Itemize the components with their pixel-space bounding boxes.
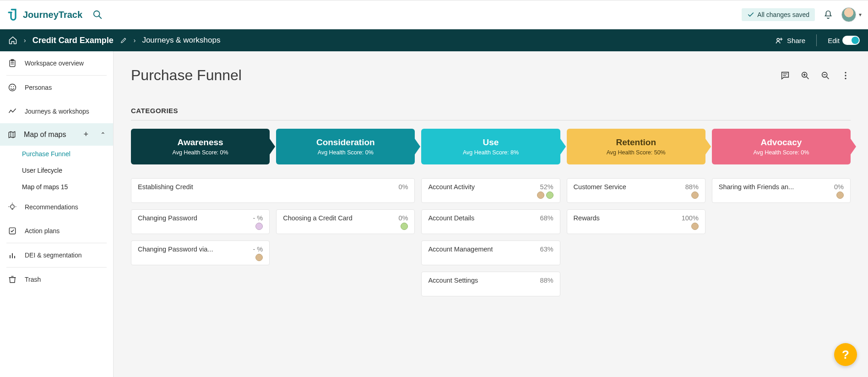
stage-health: Avg Health Score: 0%	[318, 149, 374, 156]
card-title: Rewards	[574, 214, 600, 222]
empty-cell	[712, 209, 851, 234]
plus-icon[interactable]: +	[83, 130, 88, 139]
stage-use[interactable]: Use Avg Health Score: 8%	[421, 129, 560, 164]
journey-card[interactable]: Rewards 100%	[567, 209, 705, 234]
persona-chip	[401, 223, 408, 230]
sidebar-item-label: Map of maps	[24, 131, 66, 139]
sidebar-item-personas[interactable]: Personas	[0, 76, 113, 99]
svg-point-7	[9, 84, 16, 91]
stage-awareness[interactable]: Awareness Avg Health Score: 0%	[131, 129, 270, 164]
divider	[131, 120, 851, 120]
map-icon	[7, 130, 16, 139]
empty-cell	[712, 240, 851, 265]
svg-point-12	[11, 205, 14, 208]
card-grid: Establishing Credit 0% Account Activity …	[131, 178, 851, 296]
main-canvas: Purchase Funnel CATEGORIES Aw	[114, 51, 868, 377]
stage-retention[interactable]: Retention Avg Health Score: 50%	[567, 129, 705, 164]
journey-card[interactable]: Changing Password via... - %	[131, 240, 270, 265]
sidebar-item-dei[interactable]: DEI & segmentation	[0, 243, 113, 267]
card-value: 88%	[540, 277, 553, 284]
card-value: 52%	[540, 183, 553, 191]
more-button[interactable]	[841, 71, 851, 81]
breadcrumb-workspace[interactable]: Credit Card Example	[33, 36, 114, 45]
journey-card[interactable]: Establishing Credit 0%	[131, 178, 415, 203]
journey-card[interactable]: Sharing with Friends an... 0%	[712, 178, 851, 203]
card-value: 88%	[685, 183, 699, 191]
avatar	[841, 7, 856, 22]
sidebar-item-overview[interactable]: Workspace overview	[0, 51, 113, 75]
home-button[interactable]	[8, 36, 17, 45]
save-status-text: All changes saved	[757, 11, 809, 18]
stage-advocacy[interactable]: Advocacy Avg Health Score: 0%	[712, 129, 851, 164]
lightbulb-icon	[7, 202, 17, 212]
journey-card[interactable]: Customer Service 88%	[567, 178, 705, 203]
card-title: Account Activity	[428, 183, 475, 191]
bar-chart-icon	[7, 251, 17, 260]
search-button[interactable]	[91, 8, 104, 22]
categories-heading: CATEGORIES	[131, 107, 851, 115]
card-value: 0%	[398, 214, 408, 222]
sidebar-item-label: User Lifecycle	[22, 167, 62, 174]
sidebar-item-journeys[interactable]: Journeys & workshops	[0, 99, 113, 123]
sidebar: Workspace overview Personas Journeys & w…	[0, 51, 114, 377]
persona-chip	[537, 191, 544, 199]
sidebar-item-label: Personas	[25, 84, 52, 91]
journey-card[interactable]: Account Activity 52%	[421, 178, 560, 203]
notifications-button[interactable]	[823, 10, 833, 20]
sidebar-item-label: DEI & segmentation	[25, 251, 82, 259]
sidebar-item-action-plans[interactable]: Action plans	[0, 219, 113, 243]
edit-toggle[interactable]: Edit	[828, 36, 860, 45]
toggle-on-icon	[842, 36, 860, 45]
sidebar-sub-purchase-funnel[interactable]: Purchase Funnel	[0, 146, 113, 162]
journey-card[interactable]: Account Management 63%	[421, 240, 560, 265]
checklist-icon	[7, 226, 17, 235]
journey-card[interactable]: Changing Password - %	[131, 209, 270, 234]
search-icon	[92, 10, 103, 20]
zoom-out-button[interactable]	[820, 71, 830, 81]
chevron-up-icon[interactable]: ⌃	[100, 131, 106, 138]
card-title: Account Settings	[428, 277, 478, 284]
persona-chip	[691, 223, 699, 230]
trash-icon	[7, 275, 17, 284]
card-title: Customer Service	[574, 183, 626, 191]
journey-icon	[7, 107, 17, 116]
stage-health: Avg Health Score: 0%	[173, 149, 228, 156]
share-button[interactable]: Share	[775, 36, 805, 45]
pencil-icon[interactable]	[120, 37, 127, 44]
journey-card[interactable]: Choosing a Credit Card 0%	[276, 209, 415, 234]
save-status-badge: All changes saved	[742, 8, 815, 21]
zoom-in-icon	[800, 71, 810, 81]
sidebar-item-label: Purchase Funnel	[22, 150, 71, 158]
clipboard-icon	[7, 59, 17, 68]
card-value: - %	[253, 246, 263, 253]
zoom-out-icon	[820, 71, 830, 81]
sidebar-item-map-of-maps[interactable]: Map of maps + ⌃	[0, 123, 113, 146]
user-menu[interactable]: ▾	[841, 7, 862, 22]
svg-point-32	[845, 71, 846, 73]
card-title: Sharing with Friends an...	[719, 183, 794, 191]
journey-card[interactable]: Account Details 68%	[421, 209, 560, 234]
breadcrumb-section[interactable]: Journeys & workshops	[142, 36, 220, 45]
more-vertical-icon	[841, 71, 851, 81]
comment-button[interactable]	[780, 71, 790, 81]
persona-icon	[7, 83, 17, 92]
empty-cell	[276, 272, 415, 296]
sidebar-item-recommendations[interactable]: Recommendations	[0, 195, 113, 219]
sidebar-sub-user-lifecycle[interactable]: User Lifecycle	[0, 162, 113, 179]
sidebar-item-label: Workspace overview	[25, 60, 84, 67]
card-title: Account Management	[428, 246, 493, 253]
svg-point-33	[845, 75, 846, 76]
help-button[interactable]: ?	[834, 343, 857, 366]
share-icon	[775, 36, 784, 45]
journey-card[interactable]: Account Settings 88%	[421, 272, 560, 296]
stage-consideration[interactable]: Consideration Avg Health Score: 0%	[276, 129, 415, 164]
zoom-in-button[interactable]	[800, 71, 810, 81]
sidebar-sub-map-15[interactable]: Map of maps 15	[0, 179, 113, 195]
persona-chip	[836, 191, 844, 199]
stage-name: Awareness	[178, 137, 223, 148]
empty-cell	[131, 272, 270, 296]
brand-logo[interactable]: JourneyTrack	[6, 8, 82, 22]
sidebar-item-trash[interactable]: Trash	[0, 268, 113, 291]
stage-name: Retention	[616, 137, 656, 148]
persona-chip	[691, 191, 699, 199]
